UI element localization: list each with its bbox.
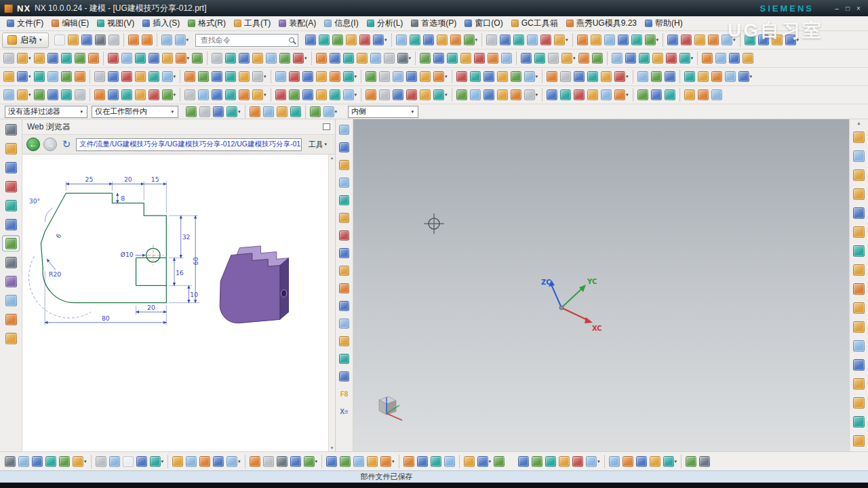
tool-icon[interactable]: [433, 89, 444, 100]
dropdown-caret-icon[interactable]: ▾: [675, 459, 677, 464]
tool-icon[interactable]: [310, 106, 321, 117]
tool-icon[interactable]: [162, 71, 173, 82]
maximize-button[interactable]: □: [842, 5, 853, 12]
tool-icon[interactable]: [277, 456, 288, 467]
tool-icon[interactable]: [346, 35, 357, 45]
tool-icon[interactable]: [665, 89, 675, 100]
dropdown-caret-icon[interactable]: ▾: [238, 109, 241, 115]
minimize-button[interactable]: –: [831, 5, 842, 12]
tool-icon[interactable]: [61, 89, 72, 100]
tool-icon[interactable]: [61, 53, 72, 64]
tool-icon[interactable]: [393, 89, 403, 100]
dropdown-caret-icon[interactable]: ▾: [304, 56, 307, 61]
dropdown-caret-icon[interactable]: ▾: [445, 74, 448, 79]
tool-icon[interactable]: [373, 35, 384, 45]
tool-icon[interactable]: [75, 53, 85, 64]
tool-icon[interactable]: [494, 456, 505, 467]
tool-icon[interactable]: [511, 89, 521, 100]
restore-panel-icon[interactable]: [323, 123, 330, 130]
annotation-tool-icon[interactable]: [850, 186, 868, 202]
tool-icon[interactable]: [175, 35, 186, 45]
dropdown-caret-icon[interactable]: ▾: [475, 37, 478, 43]
tool-icon[interactable]: [572, 456, 583, 467]
tool-icon[interactable]: [410, 35, 420, 45]
tool-icon[interactable]: [366, 71, 376, 82]
tool-icon[interactable]: [289, 71, 300, 82]
refresh-icon[interactable]: ↻: [60, 138, 73, 150]
tool-icon[interactable]: [698, 89, 709, 100]
sketch-tool-icon[interactable]: [337, 158, 352, 172]
tool-icon[interactable]: [545, 456, 556, 467]
tool-icon[interactable]: [500, 35, 511, 45]
sketch-tool-icon[interactable]: [337, 352, 352, 366]
tool-icon[interactable]: [612, 53, 623, 64]
sketch-tool-icon[interactable]: [337, 211, 352, 225]
dropdown-caret-icon[interactable]: ▾: [186, 37, 189, 43]
tool-icon[interactable]: [574, 71, 585, 82]
dropdown-caret-icon[interactable]: ▾: [750, 74, 753, 79]
tool-icon[interactable]: [304, 456, 315, 467]
tool-icon[interactable]: [73, 456, 83, 467]
tool-icon[interactable]: [343, 71, 354, 82]
tool-icon[interactable]: [540, 35, 551, 45]
tool-icon[interactable]: [199, 456, 210, 467]
tool-icon[interactable]: [121, 89, 132, 100]
tool-icon[interactable]: [665, 71, 675, 82]
tool-icon[interactable]: [17, 53, 28, 64]
datum-csys[interactable]: [366, 393, 409, 428]
menu-item-10[interactable]: 首选项(P): [407, 16, 460, 30]
tool-icon[interactable]: [108, 53, 119, 64]
tool-icon[interactable]: [743, 53, 753, 64]
tool-icon[interactable]: [161, 35, 172, 45]
tool-icon[interactable]: [263, 456, 274, 467]
tool-icon[interactable]: [591, 35, 601, 45]
annotation-tool-icon[interactable]: [850, 319, 868, 335]
tool-icon[interactable]: [702, 53, 713, 64]
tool-icon[interactable]: [279, 53, 290, 64]
tool-icon[interactable]: [252, 71, 263, 82]
dropdown-caret-icon[interactable]: ▾: [409, 56, 412, 61]
graphics-viewport[interactable]: ZC YC XC: [353, 119, 849, 451]
tool-icon[interactable]: [532, 456, 542, 467]
sketch-tool-icon[interactable]: [337, 334, 352, 348]
sketch-tool-icon[interactable]: [337, 317, 352, 331]
tool-icon[interactable]: [266, 53, 277, 64]
annotation-tool-icon[interactable]: [850, 432, 868, 449]
dropdown-caret-icon[interactable]: ▾: [626, 74, 629, 79]
tool-icon[interactable]: [501, 53, 512, 64]
tool-icon[interactable]: [420, 53, 431, 64]
sketch-tool-icon[interactable]: [337, 176, 352, 190]
hd3d-tool-icon[interactable]: [2, 216, 20, 232]
tool-icon[interactable]: [420, 89, 431, 100]
side-dropdown[interactable]: 内侧▾: [348, 106, 418, 118]
tool-icon[interactable]: [464, 35, 475, 45]
tool-icon[interactable]: [95, 35, 106, 45]
annotation-tool-icon[interactable]: [850, 129, 868, 145]
tool-icon[interactable]: [725, 71, 736, 82]
tool-icon[interactable]: [108, 71, 119, 82]
sketch-tool-icon[interactable]: [337, 228, 352, 243]
annotation-tool-icon[interactable]: [850, 224, 868, 240]
sketch-tool-icon[interactable]: [337, 246, 352, 260]
part-navigator-icon[interactable]: [2, 178, 20, 195]
tool-icon[interactable]: [477, 456, 488, 467]
tool-icon[interactable]: [239, 71, 250, 82]
tool-icon[interactable]: [379, 89, 390, 100]
tool-icon[interactable]: [340, 456, 351, 467]
tool-icon[interactable]: [213, 456, 224, 467]
tool-icon[interactable]: [474, 53, 485, 64]
forward-button[interactable]: →: [43, 138, 57, 151]
tool-icon[interactable]: [384, 53, 395, 64]
tool-icon[interactable]: [121, 53, 132, 64]
tool-icon[interactable]: [330, 71, 340, 82]
tool-icon[interactable]: [192, 53, 203, 64]
tool-icon[interactable]: [94, 71, 105, 82]
tool-icon[interactable]: [729, 53, 740, 64]
tool-icon[interactable]: [470, 89, 481, 100]
tool-icon[interactable]: [738, 71, 749, 82]
sketch-tool-icon[interactable]: [337, 299, 352, 313]
tool-icon[interactable]: [698, 71, 709, 82]
tool-icon[interactable]: [277, 106, 288, 117]
tool-icon[interactable]: [554, 35, 565, 45]
sketch-tool-icon[interactable]: [337, 123, 352, 137]
